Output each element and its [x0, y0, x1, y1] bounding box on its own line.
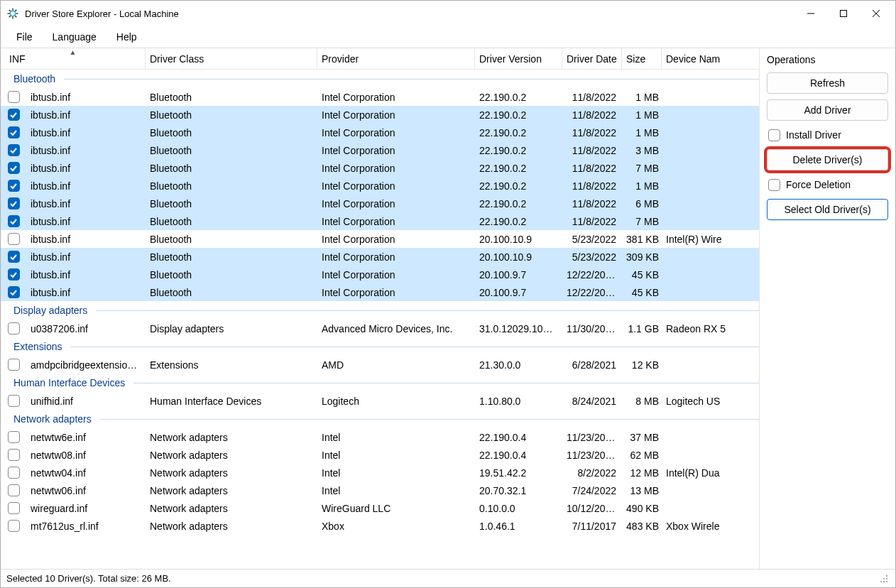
- table-row[interactable]: u0387206.infDisplay adaptersAdvanced Mic…: [1, 320, 759, 337]
- cell-driver-version: 22.190.0.2: [475, 180, 562, 192]
- row-checkbox[interactable]: [8, 215, 20, 227]
- table-row[interactable]: amdpcibridgeextension.i...ExtensionsAMD2…: [1, 356, 759, 374]
- menu-language[interactable]: Language: [44, 28, 105, 45]
- row-checkbox[interactable]: [8, 359, 20, 371]
- row-checkbox[interactable]: [8, 520, 20, 532]
- row-checkbox[interactable]: [8, 197, 20, 209]
- cell-driver-class: Bluetooth: [146, 234, 317, 245]
- table-row[interactable]: ibtusb.infBluetoothIntel Corporation20.1…: [1, 230, 759, 248]
- row-checkbox-cell[interactable]: [1, 484, 26, 496]
- table-row[interactable]: netwtw06.infNetwork adaptersIntel20.70.3…: [1, 481, 759, 499]
- table-row[interactable]: ibtusb.infBluetoothIntel Corporation22.1…: [1, 212, 759, 230]
- row-checkbox-cell[interactable]: [1, 126, 26, 138]
- table-row[interactable]: mt7612us_rl.infNetwork adaptersXbox1.0.4…: [1, 517, 759, 535]
- table-row[interactable]: ibtusb.infBluetoothIntel Corporation22.1…: [1, 177, 759, 195]
- row-checkbox-cell[interactable]: [1, 520, 26, 532]
- close-button[interactable]: [860, 2, 892, 25]
- cell-inf: ibtusb.inf: [26, 234, 146, 245]
- row-checkbox[interactable]: [8, 144, 20, 156]
- table-row[interactable]: ibtusb.infBluetoothIntel Corporation22.1…: [1, 106, 759, 124]
- table-row[interactable]: ibtusb.infBluetoothIntel Corporation22.1…: [1, 195, 759, 212]
- row-checkbox[interactable]: [8, 484, 20, 496]
- col-device-name[interactable]: Device Nam: [662, 48, 733, 69]
- group-header[interactable]: Network adapters: [1, 410, 759, 428]
- row-checkbox-cell[interactable]: [1, 197, 26, 209]
- col-driver-class[interactable]: Driver Class: [146, 48, 317, 69]
- resize-grip-icon[interactable]: [878, 573, 890, 584]
- table-row[interactable]: ibtusb.infBluetoothIntel Corporation20.1…: [1, 283, 759, 301]
- row-checkbox[interactable]: [8, 233, 20, 245]
- table-row[interactable]: ibtusb.infBluetoothIntel Corporation22.1…: [1, 141, 759, 159]
- row-checkbox-cell[interactable]: [1, 322, 26, 334]
- row-checkbox[interactable]: [8, 251, 20, 263]
- row-checkbox[interactable]: [8, 268, 20, 281]
- table-row[interactable]: wireguard.infNetwork adaptersWireGuard L…: [1, 499, 759, 517]
- row-checkbox-cell[interactable]: [1, 502, 26, 514]
- row-checkbox[interactable]: [8, 395, 20, 407]
- row-checkbox-cell[interactable]: [1, 467, 26, 479]
- row-checkbox-cell[interactable]: [1, 233, 26, 245]
- row-checkbox-cell[interactable]: [1, 286, 26, 298]
- row-checkbox-cell[interactable]: [1, 91, 26, 103]
- table-row[interactable]: unifhid.infHuman Interface DevicesLogite…: [1, 392, 759, 410]
- install-driver-checkbox[interactable]: [768, 129, 780, 141]
- table-row[interactable]: netwtw08.infNetwork adaptersIntel22.190.…: [1, 446, 759, 464]
- group-header[interactable]: Bluetooth: [1, 70, 759, 88]
- row-checkbox-cell[interactable]: [1, 144, 26, 156]
- row-checkbox[interactable]: [8, 109, 20, 121]
- row-checkbox-cell[interactable]: [1, 268, 26, 281]
- cell-driver-class: Network adapters: [146, 450, 317, 461]
- group-header[interactable]: Display adapters: [1, 301, 759, 320]
- col-inf[interactable]: ▲ INF: [1, 48, 146, 69]
- row-checkbox-cell[interactable]: [1, 180, 26, 192]
- menu-help[interactable]: Help: [108, 28, 146, 45]
- table-row[interactable]: ibtusb.infBluetoothIntel Corporation20.1…: [1, 266, 759, 283]
- row-checkbox[interactable]: [8, 502, 20, 514]
- force-deletion-checkbox[interactable]: [768, 179, 780, 191]
- refresh-button[interactable]: Refresh: [767, 72, 888, 94]
- row-checkbox[interactable]: [8, 431, 20, 443]
- group-header[interactable]: Extensions: [1, 337, 759, 356]
- minimize-button[interactable]: [794, 2, 827, 25]
- add-driver-button[interactable]: Add Driver: [767, 99, 888, 121]
- select-old-drivers-button[interactable]: Select Old Driver(s): [767, 199, 888, 220]
- col-size[interactable]: Size: [622, 48, 662, 69]
- row-checkbox-cell[interactable]: [1, 359, 26, 371]
- table-row[interactable]: netwtw6e.infNetwork adaptersIntel22.190.…: [1, 428, 759, 446]
- row-checkbox[interactable]: [8, 162, 20, 174]
- cell-inf: ibtusb.inf: [26, 216, 146, 227]
- col-provider[interactable]: Provider: [317, 48, 475, 69]
- row-checkbox[interactable]: [8, 91, 20, 103]
- force-deletion-row[interactable]: Force Deletion: [767, 176, 888, 193]
- maximize-button[interactable]: [827, 2, 860, 25]
- delete-drivers-button[interactable]: Delete Driver(s): [767, 149, 888, 170]
- table-row[interactable]: ibtusb.infBluetoothIntel Corporation22.1…: [1, 88, 759, 106]
- row-checkbox-cell[interactable]: [1, 162, 26, 174]
- menu-file[interactable]: File: [8, 28, 41, 45]
- table-body[interactable]: Bluetoothibtusb.infBluetoothIntel Corpor…: [1, 70, 759, 569]
- col-driver-date[interactable]: Driver Date: [562, 48, 622, 69]
- row-checkbox[interactable]: [8, 286, 20, 298]
- svg-line-8: [15, 10, 16, 11]
- install-driver-row[interactable]: Install Driver: [767, 126, 888, 143]
- col-driver-version[interactable]: Driver Version: [475, 48, 562, 69]
- group-header[interactable]: Human Interface Devices: [1, 374, 759, 392]
- table-row[interactable]: ibtusb.infBluetoothIntel Corporation22.1…: [1, 124, 759, 141]
- row-checkbox-cell[interactable]: [1, 395, 26, 407]
- row-checkbox-cell[interactable]: [1, 449, 26, 461]
- row-checkbox[interactable]: [8, 126, 20, 138]
- row-checkbox-cell[interactable]: [1, 431, 26, 443]
- table-row[interactable]: netwtw04.infNetwork adaptersIntel19.51.4…: [1, 464, 759, 481]
- row-checkbox-cell[interactable]: [1, 251, 26, 263]
- cell-driver-class: Network adapters: [146, 467, 317, 479]
- col-inf-label: INF: [9, 53, 26, 65]
- row-checkbox-cell[interactable]: [1, 215, 26, 227]
- table-row[interactable]: ibtusb.infBluetoothIntel Corporation20.1…: [1, 248, 759, 266]
- row-checkbox[interactable]: [8, 322, 20, 334]
- row-checkbox[interactable]: [8, 467, 20, 479]
- table-row[interactable]: ibtusb.infBluetoothIntel Corporation22.1…: [1, 159, 759, 177]
- row-checkbox-cell[interactable]: [1, 109, 26, 121]
- row-checkbox[interactable]: [8, 180, 20, 192]
- row-checkbox[interactable]: [8, 449, 20, 461]
- cell-inf: ibtusb.inf: [26, 92, 146, 103]
